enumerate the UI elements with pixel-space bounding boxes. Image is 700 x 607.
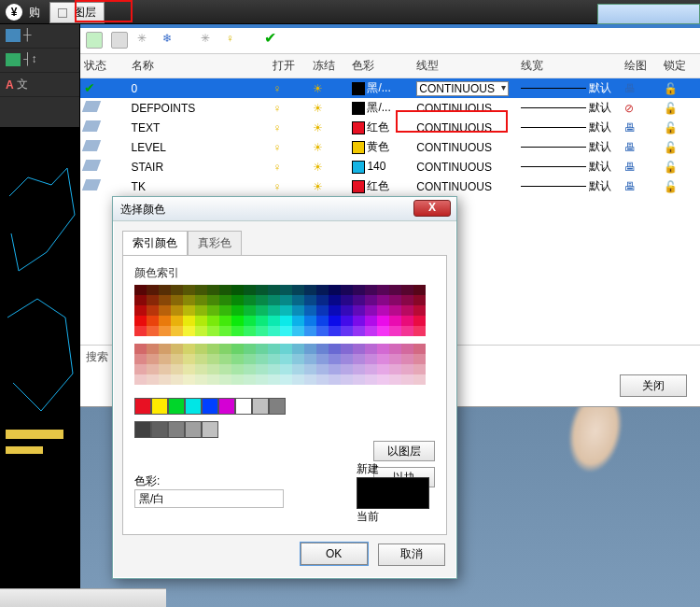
palette-cell[interactable] xyxy=(231,354,244,364)
palette-cell[interactable] xyxy=(171,364,183,374)
palette-cell[interactable] xyxy=(256,305,268,316)
palette-cell[interactable] xyxy=(195,305,207,316)
palette-cell[interactable] xyxy=(268,374,280,385)
palette-cell[interactable] xyxy=(280,354,292,364)
palette-cell[interactable] xyxy=(159,305,171,316)
palette-cell[interactable] xyxy=(256,316,268,326)
palette-cell[interactable] xyxy=(292,364,304,374)
col-lock[interactable]: 锁定 xyxy=(660,54,700,78)
palette-cell[interactable] xyxy=(316,354,329,364)
palette-cell[interactable] xyxy=(280,364,292,374)
palette-cell[interactable] xyxy=(256,285,268,295)
palette-cell[interactable] xyxy=(316,316,329,326)
palette-cell[interactable] xyxy=(365,364,377,374)
palette-cell[interactable] xyxy=(341,364,353,374)
palette-cell[interactable] xyxy=(353,326,365,336)
palette-cell[interactable] xyxy=(329,344,341,354)
gray-cell[interactable] xyxy=(134,421,151,438)
palette-cell[interactable] xyxy=(377,344,389,354)
bulb-icon[interactable]: ♀ xyxy=(226,32,243,49)
color-swatch[interactable] xyxy=(352,141,365,154)
palette-cell[interactable] xyxy=(207,305,219,316)
palette-cell[interactable] xyxy=(341,295,353,305)
table-row[interactable]: TK♀☀红色CONTINUOUS 默认🖶🔓 xyxy=(80,176,700,196)
palette-cell[interactable] xyxy=(292,316,304,326)
palette-cell[interactable] xyxy=(183,295,195,305)
table-row[interactable]: STAIR♀☀140CONTINUOUS 默认🖶🔓 xyxy=(80,157,700,176)
col-freeze[interactable]: 冻结 xyxy=(309,54,349,78)
palette-cell[interactable] xyxy=(147,285,159,295)
palette-cell[interactable] xyxy=(341,374,353,385)
color-swatch[interactable] xyxy=(352,121,365,134)
palette-cell[interactable] xyxy=(365,344,377,354)
palette-cell[interactable] xyxy=(219,326,231,336)
palette-cell[interactable] xyxy=(353,316,365,326)
bulb-icon[interactable]: ♀ xyxy=(273,121,281,134)
table-row[interactable]: DEFPOINTS♀☀黑/...CONTINUOUS 默认⊘🔓 xyxy=(80,98,700,118)
linetype-cell[interactable]: CONTINUOUS xyxy=(413,157,516,176)
palette-cell[interactable] xyxy=(244,364,256,374)
palette-cell[interactable] xyxy=(171,285,183,295)
palette-cell[interactable] xyxy=(304,295,316,305)
palette-cell[interactable] xyxy=(365,354,377,364)
palette-cell[interactable] xyxy=(195,316,207,326)
basic-color-cell[interactable] xyxy=(202,398,218,415)
lt-row-2[interactable]: ┤↕ xyxy=(0,49,79,73)
palette-cell[interactable] xyxy=(377,316,389,326)
palette-cell[interactable] xyxy=(244,305,256,316)
palette-cell[interactable] xyxy=(147,354,159,364)
palette-cell[interactable] xyxy=(159,364,171,374)
palette-cell[interactable] xyxy=(280,295,292,305)
col-lineweight[interactable]: 线宽 xyxy=(517,54,621,78)
palette-cell[interactable] xyxy=(353,364,365,374)
palette-cell[interactable] xyxy=(183,344,195,354)
palette-cell[interactable] xyxy=(171,305,183,316)
col-name[interactable]: 名称 xyxy=(128,54,270,78)
palette-cell[interactable] xyxy=(316,364,329,374)
palette-cell[interactable] xyxy=(134,374,147,385)
palette-cell[interactable] xyxy=(413,344,426,354)
palette-cell[interactable] xyxy=(219,285,231,295)
plot-icon[interactable]: 🖶 xyxy=(624,141,636,154)
palette-cell[interactable] xyxy=(401,295,413,305)
palette-cell[interactable] xyxy=(183,305,195,316)
linetype-dropdown[interactable]: CONTINUOUS xyxy=(416,81,509,96)
palette-cell[interactable] xyxy=(365,295,377,305)
palette-cell[interactable] xyxy=(377,295,389,305)
tab-index-color[interactable]: 索引颜色 xyxy=(122,231,188,255)
linetype-cell[interactable]: CONTINUOUS xyxy=(413,137,516,157)
palette-cell[interactable] xyxy=(280,285,292,295)
palette-cell[interactable] xyxy=(231,316,244,326)
lock-icon[interactable]: 🔓 xyxy=(664,180,678,193)
palette-cell[interactable] xyxy=(147,305,159,316)
palette-cell[interactable] xyxy=(159,374,171,385)
palette-cell[interactable] xyxy=(268,326,280,336)
palette-cell[interactable] xyxy=(365,305,377,316)
lt-row-1[interactable]: ┼ xyxy=(0,24,79,49)
color-swatch[interactable] xyxy=(352,180,365,193)
palette-cell[interactable] xyxy=(231,295,244,305)
palette-cell[interactable] xyxy=(316,305,329,316)
palette-cell[interactable] xyxy=(292,374,304,385)
palette-cell[interactable] xyxy=(244,316,256,326)
palette-cell[interactable] xyxy=(219,305,231,316)
palette-cell[interactable] xyxy=(244,295,256,305)
thaw-tool-icon[interactable]: ❄ xyxy=(162,32,179,49)
palette-cell[interactable] xyxy=(316,344,329,354)
palette-cell[interactable] xyxy=(377,364,389,374)
palette-cell[interactable] xyxy=(389,305,401,316)
palette-cell[interactable] xyxy=(341,305,353,316)
basic-color-cell[interactable] xyxy=(252,398,269,415)
index-palette-light[interactable] xyxy=(134,344,435,385)
palette-cell[interactable] xyxy=(268,364,280,374)
palette-cell[interactable] xyxy=(413,316,426,326)
apply-button[interactable]: ✔ xyxy=(264,32,281,49)
palette-cell[interactable] xyxy=(280,326,292,336)
palette-cell[interactable] xyxy=(256,374,268,385)
palette-cell[interactable] xyxy=(268,354,280,364)
palette-cell[interactable] xyxy=(292,344,304,354)
palette-cell[interactable] xyxy=(304,285,316,295)
palette-cell[interactable] xyxy=(195,326,207,336)
bulb-icon[interactable]: ♀ xyxy=(273,141,281,154)
palette-cell[interactable] xyxy=(256,364,268,374)
